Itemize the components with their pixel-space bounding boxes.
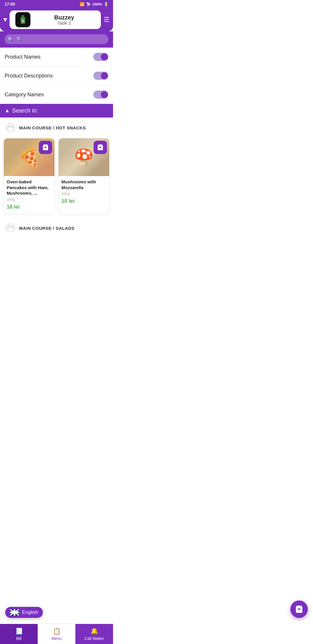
product-info-mushrooms: Mushrooms with Mozzarella 200g. 10 lei <box>59 176 109 208</box>
product-weight-pancakes: 350g. <box>7 197 52 202</box>
category-salads-label: MAIN COURSE / SALADS <box>19 226 74 231</box>
app-name: Buzzey <box>33 14 95 21</box>
category-hot-snacks-label: MAIN COURSE / HOT SNACKS <box>19 125 86 130</box>
product-name-mushrooms: Mushrooms with Mozzarella <box>61 179 106 190</box>
chevron-up-icon: ▲ <box>5 108 10 114</box>
salad-sketch-icon <box>5 221 16 233</box>
toggle-product-names-label: Product Names <box>5 54 41 60</box>
search-in-label: Search in: <box>12 107 38 114</box>
svg-point-12 <box>9 224 12 227</box>
product-name-pancakes: Oven-baked Pancakes with Ham, Mushrooms,… <box>7 179 52 196</box>
food-sketch-icon <box>5 121 16 133</box>
toggle-category-names-switch[interactable] <box>93 91 108 99</box>
toggle-product-names: Product Names <box>0 48 113 66</box>
search-input-wrap: 🔍 <box>5 34 108 44</box>
svg-point-13 <box>12 225 15 228</box>
product-card-pancakes[interactable]: Oven-baked Pancakes with Ham, Mushrooms,… <box>3 138 55 214</box>
hamburger-icon[interactable]: ☰ <box>104 16 110 23</box>
toggle-product-names-switch[interactable] <box>93 53 108 61</box>
toggle-slider-2[interactable] <box>93 72 108 80</box>
toggle-category-names-label: Category Names <box>5 92 44 98</box>
basket-icon-2 <box>97 144 104 151</box>
svg-point-6 <box>9 123 12 127</box>
basket-icon <box>42 144 49 151</box>
svg-point-7 <box>12 125 15 128</box>
category-salads: MAIN COURSE / SALADS <box>0 218 113 238</box>
add-to-basket-pancakes[interactable] <box>39 141 52 154</box>
product-image-mushrooms <box>59 138 109 176</box>
toggle-category-names: Category Names <box>0 85 113 104</box>
logo-icon: 🍺 <box>18 15 28 25</box>
wifi-icon: 📶 <box>80 2 84 6</box>
header-title-bg: 🍺 Buzzey Table 3 <box>10 10 101 29</box>
battery-icon: 🔋 <box>104 2 108 6</box>
chevron-down-icon[interactable]: ▾ <box>3 16 7 23</box>
signal-icon: 📡 <box>86 2 91 6</box>
header-title-text: Buzzey Table 3 <box>33 14 95 26</box>
header: ▾ 🍺 Buzzey Table 3 ☰ <box>0 8 113 31</box>
search-bar: 🔍 <box>0 31 113 48</box>
svg-text:🍺: 🍺 <box>21 20 24 23</box>
category-salads-icon <box>5 221 16 235</box>
app-logo: 🍺 <box>15 12 30 27</box>
search-input[interactable] <box>5 34 108 44</box>
table-name: Table 3 <box>33 21 95 26</box>
product-card-mushrooms[interactable]: Mushrooms with Mozzarella 200g. 10 lei <box>58 138 110 214</box>
product-grid-hot-snacks: Oven-baked Pancakes with Ham, Mushrooms,… <box>0 138 113 218</box>
toggle-product-descriptions-switch[interactable] <box>93 72 108 80</box>
svg-rect-0 <box>22 15 24 17</box>
content-area: Product Names Product Descriptions Categ… <box>0 48 113 262</box>
status-icons: 📶 📡 100% 🔋 <box>80 2 108 6</box>
time: 17:05 <box>5 2 15 6</box>
search-icon: 🔍 <box>8 37 13 42</box>
category-hot-snacks-icon <box>5 121 16 135</box>
category-hot-snacks: MAIN COURSE / HOT SNACKS <box>0 117 113 138</box>
toggle-product-descriptions: Product Descriptions <box>0 66 113 85</box>
search-in-header: ▲ Search in: <box>0 104 113 117</box>
toggle-slider-3[interactable] <box>93 91 108 99</box>
toggle-product-descriptions-label: Product Descriptions <box>5 73 53 79</box>
product-weight-mushrooms: 200g. <box>61 191 106 196</box>
product-price-mushrooms: 10 lei <box>61 198 106 204</box>
product-price-pancakes: 18 lei <box>7 204 52 210</box>
product-info-pancakes: Oven-baked Pancakes with Ham, Mushrooms,… <box>4 176 54 214</box>
add-to-basket-mushrooms[interactable] <box>94 141 107 154</box>
toggle-slider[interactable] <box>93 53 108 61</box>
battery-percent: 100% <box>92 2 102 6</box>
product-image-pancakes <box>4 138 54 176</box>
status-bar: 17:05 📶 📡 100% 🔋 <box>0 0 113 8</box>
